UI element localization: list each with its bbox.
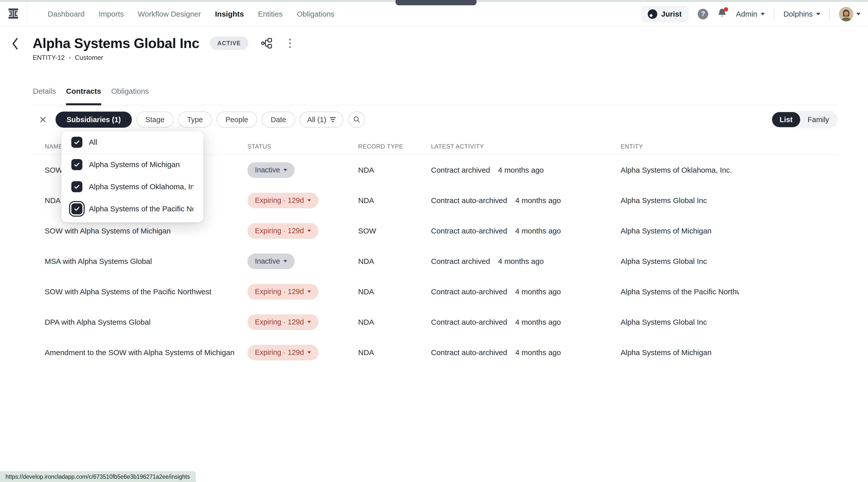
activity-time: 4 months ago (516, 196, 561, 205)
chevron-down-icon (307, 321, 311, 323)
contract-name[interactable]: DPA with Alpha Systems Global (45, 318, 247, 326)
dropdown-option-oklahoma[interactable]: Alpha Systems of Oklahoma, Inc. (61, 176, 204, 198)
table-row[interactable]: Amendment to the SOW with Alpha Systems … (32, 337, 838, 368)
entity-id: ENTITY-12 (33, 54, 65, 62)
table-row[interactable]: SOW with Alpha Systems of the Pacific No… (32, 276, 838, 307)
link-preview-statusbar: https://develop.ironcladapp.com/c/673510… (0, 472, 196, 482)
entity-name: Alpha Systems of Oklahoma, Inc. (621, 166, 739, 174)
record-type: SOW (358, 227, 431, 235)
activity-time: 4 months ago (516, 288, 561, 296)
status-pill[interactable]: Inactive (247, 162, 294, 178)
entity-name: Alpha Systems of Michigan (621, 227, 739, 235)
filter-type[interactable]: Type (178, 112, 212, 128)
record-type: NDA (358, 348, 431, 357)
status-label: Inactive (255, 257, 280, 265)
jurist-label: Jurist (661, 10, 682, 18)
status-pill[interactable]: Expiring · 129d (247, 345, 318, 360)
view-toggle: List Family (771, 111, 838, 128)
filter-all[interactable]: All (1) (300, 112, 343, 128)
checkbox-checked[interactable] (71, 137, 82, 148)
contract-name[interactable]: Amendment to the SOW with Alpha Systems … (45, 348, 247, 357)
kebab-menu-icon[interactable] (289, 39, 291, 48)
filter-people[interactable]: People (217, 112, 257, 128)
page-title: Alpha Systems Global Inc (33, 35, 199, 51)
tab-contracts[interactable]: Contracts (66, 87, 101, 105)
status-pill[interactable]: Expiring · 129d (247, 193, 318, 208)
dropdown-option-label: All (89, 138, 97, 147)
jurist-button[interactable]: Jurist (641, 6, 689, 22)
record-type: NDA (358, 318, 431, 326)
statusbar-url: https://develop.ironcladapp.com/c/673510… (5, 474, 190, 480)
status-pill[interactable]: Inactive (247, 253, 294, 269)
checkbox-checked-focused[interactable] (71, 203, 82, 214)
col-header-entity: ENTITY (621, 143, 838, 150)
view-toggle-family[interactable]: Family (800, 112, 837, 127)
user-menu[interactable] (839, 7, 861, 21)
status-label: Expiring · 129d (255, 227, 304, 235)
nav-item-obligations[interactable]: Obligations (297, 10, 334, 18)
contract-name[interactable]: MSA with Alpha Systems Global (45, 257, 247, 266)
filter-date[interactable]: Date (262, 112, 295, 128)
nav-item-imports[interactable]: Imports (99, 10, 124, 18)
search-button[interactable] (348, 111, 365, 128)
activity-label: Contract auto-archived (431, 227, 507, 235)
nav-right-cluster: Jurist ? Admin Dolphins (641, 6, 861, 22)
team-menu[interactable]: Dolphins (783, 10, 820, 18)
checkbox-checked[interactable] (71, 159, 82, 170)
nav-item-dashboard[interactable]: Dashboard (48, 10, 85, 18)
status-label: Inactive (255, 166, 280, 174)
nav-item-workflow-designer[interactable]: Workflow Designer (138, 10, 201, 18)
app-logo[interactable] (0, 2, 27, 26)
dropdown-option-label: Alpha Systems of the Pacific Nort... (89, 205, 193, 213)
entity-type: Customer (75, 54, 103, 62)
view-toggle-list[interactable]: List (772, 112, 800, 127)
dropdown-option-label: Alpha Systems of Oklahoma, Inc. (89, 182, 193, 191)
nav-item-insights[interactable]: Insights (215, 10, 244, 18)
nav-item-entities[interactable]: Entities (258, 10, 283, 18)
status-pill[interactable]: Expiring · 129d (247, 284, 318, 300)
dot-separator: • (69, 54, 71, 61)
checkbox-checked[interactable] (71, 181, 82, 192)
table-row[interactable]: DPA with Alpha Systems Global Expiring ·… (32, 307, 838, 337)
back-button[interactable] (11, 37, 20, 51)
dropdown-option-pacific-northwest[interactable]: Alpha Systems of the Pacific Nort... (61, 198, 204, 220)
contract-name[interactable]: SOW with Alpha Systems of Michigan (45, 227, 247, 235)
activity-time: 4 months ago (498, 257, 544, 266)
tab-details[interactable]: Details (33, 87, 56, 105)
filter-subsidiaries[interactable]: Subsidiaries (1) (56, 112, 132, 128)
admin-label: Admin (736, 10, 757, 18)
activity-time: 4 months ago (516, 227, 561, 235)
activity-label: Contract auto-archived (431, 348, 507, 357)
activity-label: Contract archived (431, 257, 490, 266)
chevron-down-icon (761, 13, 765, 15)
team-label: Dolphins (783, 10, 813, 18)
notification-dot (724, 7, 728, 11)
activity-label: Contract auto-archived (431, 318, 507, 326)
clear-filters-button[interactable] (39, 116, 47, 124)
record-type: NDA (358, 196, 431, 205)
contract-name[interactable]: SOW with Alpha Systems of the Pacific No… (45, 288, 247, 296)
entity-name: Alpha Systems of the Pacific Northwest (621, 288, 739, 296)
help-icon[interactable]: ? (698, 9, 708, 19)
entity-name: Alpha Systems of Michigan (621, 348, 739, 357)
dropdown-option-michigan[interactable]: Alpha Systems of Michigan (61, 154, 204, 176)
table-row[interactable]: MSA with Alpha Systems Global Inactive N… (32, 246, 838, 276)
search-icon (353, 116, 361, 124)
activity-time: 4 months ago (516, 318, 561, 326)
chevron-down-icon (307, 291, 311, 293)
activity-label: Contract archived (431, 166, 490, 174)
status-pill[interactable]: Expiring · 129d (247, 314, 318, 330)
tab-obligations[interactable]: Obligations (111, 87, 149, 105)
dropdown-option-all[interactable]: All (61, 131, 204, 153)
status-badge: ACTIVE (210, 36, 248, 50)
admin-menu[interactable]: Admin (736, 10, 765, 18)
activity-time: 4 months ago (498, 166, 544, 174)
record-type: NDA (358, 166, 431, 174)
notifications-button[interactable] (717, 8, 727, 20)
filter-stage[interactable]: Stage (136, 112, 174, 128)
status-pill[interactable]: Expiring · 129d (247, 223, 318, 239)
tab-bar: Details Contracts Obligations (32, 87, 838, 105)
hierarchy-button[interactable] (261, 37, 273, 49)
col-header-status: STATUS (247, 143, 358, 150)
record-type: NDA (358, 288, 431, 296)
